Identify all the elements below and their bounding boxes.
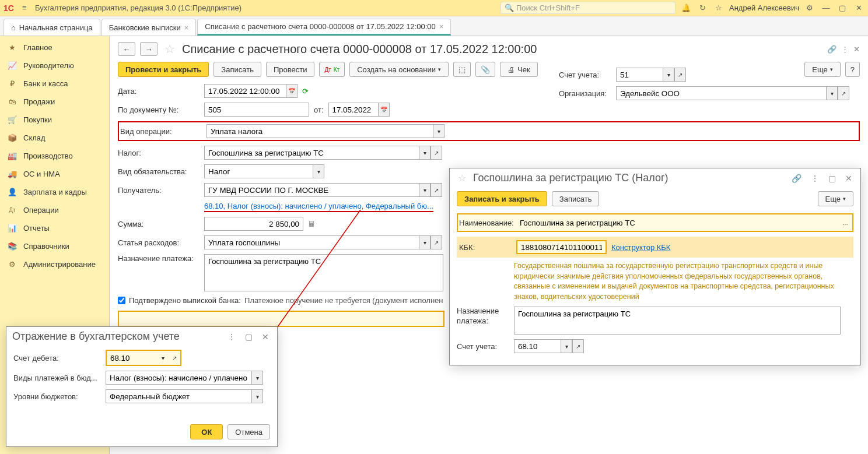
sidebar-item-manager[interactable]: 📈Руководителю bbox=[0, 57, 109, 75]
receipt-button[interactable]: 🖨 Чек bbox=[500, 62, 538, 77]
cancel-button[interactable]: Отмена bbox=[228, 424, 270, 439]
sidebar-item-production[interactable]: 🏭Производство bbox=[0, 147, 109, 165]
purpose-textarea[interactable]: Госпошлина за регистрацию ТС bbox=[204, 254, 443, 291]
open-icon[interactable]: ↗ bbox=[430, 235, 442, 249]
attach-button[interactable]: 📎 bbox=[475, 62, 495, 77]
movements-button[interactable]: ДтКт bbox=[319, 62, 345, 77]
sidebar-item-reports[interactable]: 📊Отчеты bbox=[0, 219, 109, 237]
kbk-constructor-link[interactable]: Конструктор КБК bbox=[611, 243, 670, 252]
expense-combo[interactable] bbox=[204, 235, 419, 249]
ellipsis-icon[interactable]: … bbox=[839, 216, 851, 230]
tab-home[interactable]: ⌂ Начальная страница bbox=[4, 19, 100, 36]
tab-writeoff[interactable]: Списание с расчетного счета 0000-000008 … bbox=[197, 19, 451, 36]
chevron-down-icon[interactable]: ▾ bbox=[419, 235, 430, 249]
sidebar-item-fixed-assets[interactable]: 🚚ОС и НМА bbox=[0, 165, 109, 183]
star-icon[interactable]: ☆ bbox=[713, 3, 724, 12]
chevron-down-icon[interactable]: ▾ bbox=[433, 124, 444, 138]
post-and-close-button[interactable]: Провести и закрыть bbox=[118, 62, 209, 77]
account-combo[interactable] bbox=[514, 339, 561, 353]
calendar-icon[interactable]: 📅 bbox=[286, 84, 298, 98]
sidebar-item-purchases[interactable]: 🛒Покупки bbox=[0, 111, 109, 129]
confirmed-checkbox[interactable] bbox=[118, 297, 125, 304]
sidebar-item-stock[interactable]: 📦Склад bbox=[0, 129, 109, 147]
kbk-input[interactable] bbox=[516, 240, 607, 254]
chevron-down-icon[interactable]: ▾ bbox=[419, 146, 430, 160]
tab-close-icon[interactable]: × bbox=[439, 22, 444, 31]
sidebar-item-operations[interactable]: ДтОперации bbox=[0, 201, 109, 219]
sidebar-item-admin[interactable]: ⚙Администрирование bbox=[0, 255, 109, 273]
chevron-down-icon[interactable]: ▾ bbox=[251, 371, 263, 385]
favorite-toggle[interactable]: ☆ bbox=[164, 42, 175, 56]
user-name[interactable]: Андрей Алексеевич bbox=[729, 3, 799, 12]
budget-level-combo[interactable] bbox=[106, 389, 251, 403]
date-input[interactable] bbox=[204, 84, 286, 98]
accounting-link[interactable]: 68.10, Налог (взносы): начислено / уплач… bbox=[204, 202, 433, 212]
forward-button[interactable]: → bbox=[140, 42, 158, 56]
favorite-toggle[interactable]: ☆ bbox=[458, 173, 466, 184]
maximize-icon[interactable]: ▢ bbox=[243, 331, 255, 343]
chevron-down-icon[interactable]: ▾ bbox=[663, 68, 674, 82]
debit-account-combo[interactable] bbox=[107, 351, 157, 365]
open-icon[interactable]: ↗ bbox=[169, 351, 180, 365]
create-based-on-button[interactable]: Создать на основании ▾ bbox=[349, 62, 449, 77]
close-icon[interactable]: ✕ bbox=[260, 331, 271, 343]
close-icon[interactable]: ✕ bbox=[853, 3, 864, 12]
chevron-down-icon[interactable]: ▾ bbox=[313, 164, 324, 178]
minimize-icon[interactable]: — bbox=[820, 3, 832, 12]
ok-button[interactable]: ОК bbox=[190, 424, 223, 439]
close-icon[interactable]: ✕ bbox=[843, 173, 855, 184]
sum-input[interactable] bbox=[204, 217, 303, 231]
link-icon[interactable]: 🔗 bbox=[827, 45, 836, 54]
sidebar-item-sales[interactable]: 🛍Продажи bbox=[0, 93, 109, 111]
calculator-icon[interactable]: 🖩 bbox=[308, 220, 316, 228]
search-box[interactable]: 🔍 Поиск Ctrl+Shift+F bbox=[501, 2, 676, 14]
calendar-icon[interactable]: 📅 bbox=[378, 103, 390, 117]
chevron-down-icon[interactable]: ▾ bbox=[826, 86, 838, 100]
maximize-icon[interactable]: ▢ bbox=[836, 3, 848, 12]
tax-combo[interactable] bbox=[204, 146, 419, 160]
account-combo[interactable] bbox=[616, 68, 663, 82]
open-icon[interactable]: ↗ bbox=[430, 183, 442, 197]
sidebar-item-bank[interactable]: ₽Банк и касса bbox=[0, 75, 109, 93]
more-actions-icon[interactable]: ⋮ bbox=[841, 45, 849, 54]
chevron-down-icon[interactable]: ▾ bbox=[561, 339, 572, 353]
open-icon[interactable]: ↗ bbox=[838, 86, 849, 100]
doc-number-input[interactable] bbox=[204, 103, 309, 117]
open-icon[interactable]: ↗ bbox=[572, 339, 584, 353]
post-button[interactable]: Провести bbox=[266, 62, 315, 77]
back-button[interactable]: ← bbox=[118, 42, 135, 56]
chevron-down-icon[interactable]: ▾ bbox=[419, 183, 430, 197]
maximize-icon[interactable]: ▢ bbox=[826, 173, 838, 184]
more-icon[interactable]: ⋮ bbox=[225, 331, 238, 343]
highlighted-field[interactable] bbox=[118, 311, 444, 327]
tab-close-icon[interactable]: × bbox=[184, 23, 189, 32]
write-button[interactable]: Записать bbox=[552, 191, 600, 206]
close-form-icon[interactable]: ✕ bbox=[853, 45, 860, 54]
more-icon[interactable]: ⋮ bbox=[808, 173, 821, 184]
write-button[interactable]: Записать bbox=[214, 62, 261, 77]
structure-button[interactable]: ⬚ bbox=[453, 62, 471, 77]
settings-icon[interactable]: ⚙ bbox=[804, 3, 816, 12]
bell-icon[interactable]: 🔔 bbox=[680, 3, 692, 12]
sidebar-item-main[interactable]: ★Главное bbox=[0, 38, 109, 57]
tab-bank-statements[interactable]: Банковские выписки × bbox=[102, 19, 197, 36]
from-date-input[interactable] bbox=[328, 103, 378, 117]
more-button[interactable]: Еще ▾ bbox=[818, 191, 853, 206]
sidebar-item-directories[interactable]: 📚Справочники bbox=[0, 237, 109, 255]
obligation-combo[interactable] bbox=[204, 164, 313, 178]
chevron-down-icon[interactable]: ▾ bbox=[251, 389, 263, 403]
link-icon[interactable]: 🔗 bbox=[789, 173, 804, 184]
sidebar-item-payroll[interactable]: 👤Зарплата и кадры bbox=[0, 183, 109, 201]
payment-type-combo[interactable] bbox=[106, 371, 251, 385]
chevron-down-icon[interactable]: ▾ bbox=[157, 351, 169, 365]
recipient-combo[interactable] bbox=[204, 183, 419, 197]
open-icon[interactable]: ↗ bbox=[430, 146, 442, 160]
purpose-textarea[interactable]: Госпошлина за регистрацию ТС bbox=[514, 307, 841, 335]
org-combo[interactable] bbox=[616, 86, 826, 100]
menu-icon[interactable]: ≡ bbox=[19, 3, 30, 12]
operation-type-combo[interactable] bbox=[206, 124, 433, 138]
save-close-button[interactable]: Записать и закрыть bbox=[457, 191, 547, 206]
refresh-icon[interactable]: ⟳ bbox=[302, 87, 309, 96]
name-input[interactable] bbox=[516, 216, 835, 230]
open-icon[interactable]: ↗ bbox=[674, 68, 686, 82]
